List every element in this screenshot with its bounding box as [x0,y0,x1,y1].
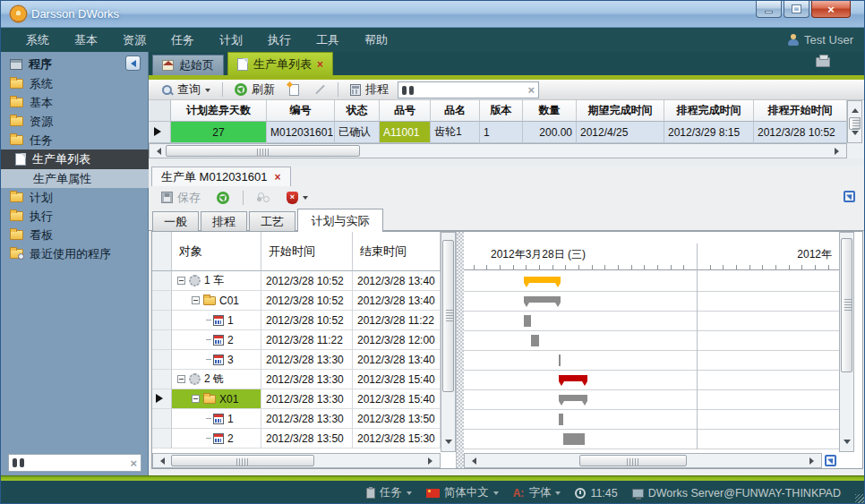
gantt-task-bar-7[interactable] [559,414,563,425]
grid-cell-3[interactable]: A11001 [380,122,431,143]
detail-tab-2[interactable]: 工艺 [249,211,295,231]
tree-vscrollbar-thumb[interactable] [442,240,454,392]
printer-icon[interactable] [816,57,830,67]
tree-hscrollbar-left-arrow[interactable] [157,457,165,465]
tree-row-8-object[interactable]: 2 [172,429,261,448]
structure-button[interactable] [252,191,276,204]
tree-row-5-start[interactable]: 2012/3/28 13:30 [261,370,353,389]
tree-row-2-start[interactable]: 2012/3/28 10:52 [261,311,353,330]
tree-row-3-object[interactable]: 2 [172,330,261,350]
gantt-hscrollbar[interactable] [464,453,822,468]
sidebar-item-9[interactable]: 最近使用的程序 [1,244,149,263]
grid-row-selector[interactable] [149,122,171,143]
tree-row-gutter-6[interactable] [152,389,172,409]
sidebar-item-1[interactable]: 基本 [1,93,149,112]
detail-tab-1[interactable]: 排程 [201,211,247,231]
tree-row-1-end[interactable]: 2012/3/28 13:40 [353,291,441,311]
tree-row-gutter-0[interactable] [152,271,172,291]
gantt-task-bar-3[interactable] [531,335,539,346]
toolbar-search-input[interactable] [417,83,524,98]
tree-row-2-end[interactable]: 2012/3/28 11:22 [353,311,441,330]
order-tab-close-icon[interactable]: × [275,171,281,184]
grid-cell-8[interactable]: 2012/3/29 8:15 [664,122,754,143]
grid-hscrollbar-right-arrow[interactable] [835,148,843,155]
grid-vscrollbar[interactable] [847,100,862,143]
grid-cell-7[interactable]: 2012/4/25 [577,122,664,143]
grid-column-header-3[interactable]: 品号 [380,100,431,122]
sidebar-item-8[interactable]: 看板 [1,226,149,244]
grid-column-header-0[interactable]: 计划差异天数 [171,100,267,122]
tree-row-5-end[interactable]: 2012/3/28 15:40 [353,370,441,389]
tree-row-3-start[interactable]: 2012/3/28 11:22 [261,330,353,350]
validate-button[interactable]: × [281,191,313,205]
grid-cell-1[interactable]: M012031601 [267,122,335,143]
menu-item-7[interactable]: 帮助 [352,28,400,52]
resize-grip[interactable] [855,494,864,503]
gantt-task-bar-8[interactable] [563,433,585,445]
split-handle[interactable] [457,232,464,468]
tree-vscrollbar[interactable] [441,232,456,452]
grid-cell-6[interactable]: 200.00 [523,122,577,143]
tree-row-6-start[interactable]: 2012/3/28 13:30 [261,389,353,409]
grid-column-header-6[interactable]: 数量 [523,100,577,122]
sidebar-search-input[interactable] [28,456,126,470]
grid-column-header-7[interactable]: 期望完成时间 [577,100,664,122]
tree-row-0-start[interactable]: 2012/3/28 10:52 [261,271,353,291]
tree-row-7-end[interactable]: 2012/3/28 13:50 [353,409,441,429]
tree-vscrollbar-down-arrow[interactable] [445,440,452,448]
gantt-hscrollbar-thumb[interactable] [579,455,687,466]
clear-search-icon[interactable]: × [130,457,137,469]
tree-row-1-object[interactable]: C01 [172,291,261,311]
grid-cell-0[interactable]: 27 [171,122,267,143]
sidebar-item-4[interactable]: 生产单列表 [1,149,149,169]
gantt-hscrollbar-right-arrow[interactable] [809,457,818,465]
grid-vscrollbar-up-arrow[interactable] [852,105,859,113]
detail-tab-0[interactable]: 一般 [152,211,199,231]
tree-row-0-end[interactable]: 2012/3/28 13:40 [353,271,441,291]
sidebar-item-5[interactable]: 生产单属性 [1,169,149,188]
tab-close-icon[interactable]: × [317,58,323,71]
sidebar-item-7[interactable]: 执行 [1,207,149,226]
grid-column-header-9[interactable]: 排程开始时间 [754,100,847,122]
gantt-vscrollbar-thumb[interactable] [841,238,852,372]
sidebar-item-3[interactable]: 任务 [1,131,149,149]
sidebar-collapse-button[interactable] [125,56,141,71]
gantt-summary-bar-1[interactable] [524,296,561,303]
close-button[interactable]: × [811,1,851,18]
tree-column-header-0[interactable]: 对象 [172,232,261,271]
tree-row-5-object[interactable]: 2 铣 [172,370,261,389]
status-font-menu[interactable]: A: 字体 [513,485,561,500]
gantt-summary-bar-0[interactable] [524,277,561,283]
gantt-vscrollbar-down-arrow[interactable] [844,440,851,448]
grid-cell-2[interactable]: 已确认 [335,122,380,143]
tree-row-gutter-5[interactable] [152,370,172,389]
gantt-popout-button[interactable] [825,455,836,466]
grid-cell-5[interactable]: 1 [480,122,523,143]
grid-column-header-5[interactable]: 版本 [480,100,523,122]
tree-column-header-1[interactable]: 开始时间 [261,232,353,271]
maximize-button[interactable] [784,1,809,18]
grid-cell-4[interactable]: 齿轮1 [431,122,480,143]
grid-column-header-4[interactable]: 品名 [431,100,480,122]
menu-item-2[interactable]: 资源 [110,28,158,52]
tree-row-7-object[interactable]: 1 [172,409,261,429]
gantt-summary-bar-5[interactable] [559,375,587,381]
tree-row-4-start[interactable]: 2012/3/28 13:30 [261,350,353,370]
tree-row-1-start[interactable]: 2012/3/28 10:52 [261,291,353,311]
edit-button[interactable] [308,82,331,97]
clear-search-icon[interactable]: × [527,84,535,96]
tab-start-page[interactable]: 起始页 [152,55,224,75]
tree-row-2-object[interactable]: 1 [172,311,261,330]
order-document-tab[interactable]: 生产单 M012031601 × [151,167,291,186]
detail-refresh-button[interactable] [211,191,235,205]
tree-row-gutter-2[interactable] [152,311,172,330]
tree-row-gutter-4[interactable] [152,350,172,370]
grid-column-header-2[interactable]: 状态 [335,100,380,122]
sidebar-item-2[interactable]: 资源 [1,112,149,131]
tree-row-gutter-3[interactable] [152,330,172,350]
menu-item-6[interactable]: 工具 [304,28,352,52]
tree-hscrollbar-right-arrow[interactable] [428,457,436,465]
grid-hscrollbar[interactable] [149,143,847,158]
grid-column-header-1[interactable]: 编号 [267,100,335,122]
menu-item-5[interactable]: 执行 [255,28,304,52]
